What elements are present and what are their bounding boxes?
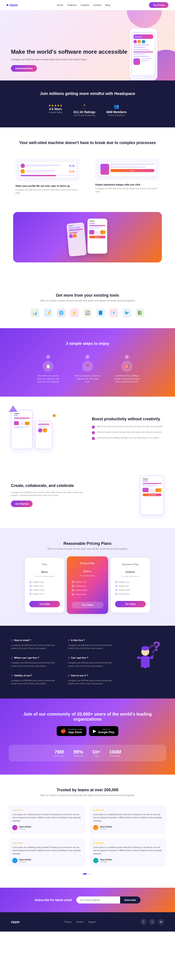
plan-project-f4: ✓Feature four bbox=[71, 593, 104, 596]
plan-free-name: Free bbox=[29, 563, 60, 566]
nav-contact[interactable]: Contact bbox=[93, 4, 101, 6]
dot-2[interactable] bbox=[88, 873, 90, 875]
test-author-4: Ryan McMan Manager bbox=[93, 858, 163, 863]
newsletter-subscribe-button[interactable]: Subscribe bbox=[120, 896, 140, 904]
boost-feature-2: With our mission to power all work flow … bbox=[92, 431, 164, 434]
test-role-2: Manager bbox=[100, 828, 112, 830]
boost-feature-3: Understand what workflows already exist … bbox=[92, 436, 164, 440]
integration-icon-twitter: 🐦 bbox=[123, 309, 131, 317]
integration-icon-gmail: 📧 bbox=[109, 309, 118, 317]
svg-rect-4 bbox=[141, 667, 144, 675]
activity-phone-back: Today's Today's activity bbox=[66, 222, 87, 256]
com-stat-years-value: 10+ bbox=[92, 749, 100, 755]
test-text-2: Lorem gives us a stabilizing seen channe… bbox=[93, 813, 163, 822]
pricing-cards-row: Free $0/mo Perfect for getting started ✓… bbox=[9, 558, 166, 612]
footer-linkedin-icon[interactable]: in bbox=[158, 919, 164, 925]
google-play-button[interactable]: ▶ Get it on Google Play bbox=[89, 726, 118, 736]
com-stat-users-label: Active users bbox=[54, 755, 65, 757]
com-stat-users-value: 78M bbox=[54, 749, 65, 755]
integration-icon-zapier: 🔄 bbox=[83, 309, 92, 317]
steps-row: 1 📋 Take all the new process down and ma… bbox=[9, 355, 166, 383]
newsletter-form: Subscribe bbox=[76, 896, 140, 904]
com-stat-downloads: 100M Downloads bbox=[109, 749, 121, 757]
com-stat-sat-value: 99% bbox=[73, 749, 84, 755]
dot-1[interactable] bbox=[83, 873, 87, 875]
stat-ratings-value: 611.1K Ratings bbox=[74, 110, 95, 114]
footer-facebook-icon[interactable]: f bbox=[140, 919, 147, 925]
step-2-desc: With our mission to power all work flow … bbox=[74, 374, 101, 383]
faq-a-4: A program can fulfil that every common d… bbox=[68, 661, 118, 668]
test-role-4: Manager bbox=[100, 861, 112, 863]
nav-careers[interactable]: Careers bbox=[80, 4, 89, 6]
faq-grid: ?How to email ? A program can fulfil tha… bbox=[11, 639, 118, 685]
faq-icon-2: ? bbox=[68, 639, 69, 643]
plan-business-cta-button[interactable]: Try It Now bbox=[115, 601, 146, 607]
test-author-1: Ryan McMan Manager bbox=[12, 825, 82, 830]
steps-heading: 3 simple steps to enjoy bbox=[9, 341, 166, 346]
boost-content: Boost productivity without creativity Ta… bbox=[92, 417, 164, 442]
boost-section: Today's work bbox=[0, 397, 175, 462]
dot-3[interactable] bbox=[91, 873, 92, 875]
features-section: Your well-oiled machine doesn't have to … bbox=[0, 127, 175, 212]
hero-circle2-decoration bbox=[127, 10, 162, 28]
faq-item-1: ?How to email ? A program can fulfil tha… bbox=[11, 639, 61, 650]
hero-download-button[interactable]: Download Now bbox=[11, 65, 37, 72]
plan-free-desc: Perfect for getting started bbox=[29, 575, 60, 577]
footer-twitter-icon[interactable]: t bbox=[149, 919, 155, 925]
stat-ratings-label: On iOS and Google Play bbox=[74, 114, 95, 116]
integration-icon-sheets: 📊 bbox=[31, 309, 39, 317]
test-name-3: Ryan McMan bbox=[19, 859, 31, 861]
test-role-3: Manager bbox=[19, 861, 31, 863]
nav-features[interactable]: Features bbox=[67, 4, 77, 6]
boost-feature-3-text: Understand what workflows already exist … bbox=[97, 436, 159, 439]
faq-icon-6: ? bbox=[68, 674, 69, 678]
step-3: 3 🎯 Understand what workflows already ex… bbox=[114, 355, 140, 383]
plan-free-f3: ✓Feature three bbox=[29, 589, 60, 591]
collab-heading: Create, collaborate, and celebrate bbox=[11, 483, 83, 488]
plan-business-f1: ✓Feature one bbox=[115, 581, 146, 583]
app-store-button[interactable]: 🍎 Download on the App Store bbox=[57, 726, 87, 736]
steps-section: 3 simple steps to enjoy 1 📋 Take all the… bbox=[0, 328, 175, 397]
integration-icons-row: 📊 📝 🌐 ⚡ 🔄 📘 📧 🐦 📗 bbox=[9, 309, 166, 317]
newsletter-email-input[interactable] bbox=[76, 896, 120, 904]
pricing-section: Reasonable Pricing Plans With our missio… bbox=[0, 528, 175, 626]
feature-card-2-title: Output optimized images with one click bbox=[95, 183, 160, 186]
com-stat-users: 78M Active users bbox=[54, 749, 65, 757]
feature-card-visual-1: 51.1k 32.5k bbox=[15, 158, 80, 181]
nav-home[interactable]: Home bbox=[57, 4, 63, 6]
integration-icon-elementor: ⚡ bbox=[70, 309, 79, 317]
boost-check-icon-1 bbox=[92, 426, 95, 429]
boost-feature-2-text: With our mission to power all work flow … bbox=[97, 431, 161, 434]
footer-link-support[interactable]: Support bbox=[88, 921, 96, 923]
faq-icon-3: ? bbox=[11, 656, 13, 660]
boost-feature-1: Take all the new process down and map ea… bbox=[92, 425, 164, 429]
pricing-heading: Reasonable Pricing Plans bbox=[9, 541, 166, 546]
test-stars-1: ★★★★★ bbox=[12, 809, 82, 811]
step-1: 1 📋 Take all the new process down and ma… bbox=[35, 355, 61, 383]
plan-free-cta-button[interactable]: Try It Now bbox=[29, 601, 60, 607]
stat-members: 👥 66M Members Across all platforms bbox=[106, 104, 127, 116]
nav-blog[interactable]: Blog bbox=[105, 4, 110, 6]
stat-members-value: 66M Members bbox=[106, 110, 127, 114]
boost-feature-1-text: Take all the new process down and map ea… bbox=[97, 425, 163, 428]
step-2: 2 📍 With our mission to power all work f… bbox=[74, 355, 101, 383]
nav-cta-button[interactable]: Try It Free bbox=[149, 2, 169, 8]
test-stars-4: ★★★★★ bbox=[93, 842, 163, 845]
test-author-2: Ryan McMan Manager bbox=[93, 825, 163, 830]
features-heading: Your well-oiled machine doesn't have to … bbox=[11, 140, 164, 145]
pricing-subtext: With our mission to power all with zippi… bbox=[9, 548, 166, 550]
com-stat-dl-label: Downloads bbox=[109, 755, 121, 757]
footer-link-privacy[interactable]: Privacy bbox=[64, 921, 71, 923]
plan-project-desc: For growing teams bbox=[71, 574, 104, 577]
footer-link-careers[interactable]: Careers bbox=[76, 921, 84, 923]
boost-phone-mockups: Today's work bbox=[11, 410, 83, 449]
stat-stars: ★★★★★ 4.5 Stars Average Rating bbox=[48, 104, 63, 116]
plan-free-price: $0/mo bbox=[29, 567, 60, 574]
faq-item-6: ?How to use it ? A program can fulfil th… bbox=[68, 674, 118, 685]
testimonial-pagination bbox=[9, 873, 166, 875]
collab-cta-button[interactable]: Get Started bbox=[11, 501, 33, 507]
trusted-subtext: With our mission to power all work flow … bbox=[9, 794, 166, 797]
plan-business-desc: For large organizations bbox=[115, 575, 146, 577]
plan-project-cta-button[interactable]: Try It Now bbox=[71, 601, 104, 608]
faq-item-4: ?Can I get free ? A program can fulfil t… bbox=[68, 656, 118, 668]
